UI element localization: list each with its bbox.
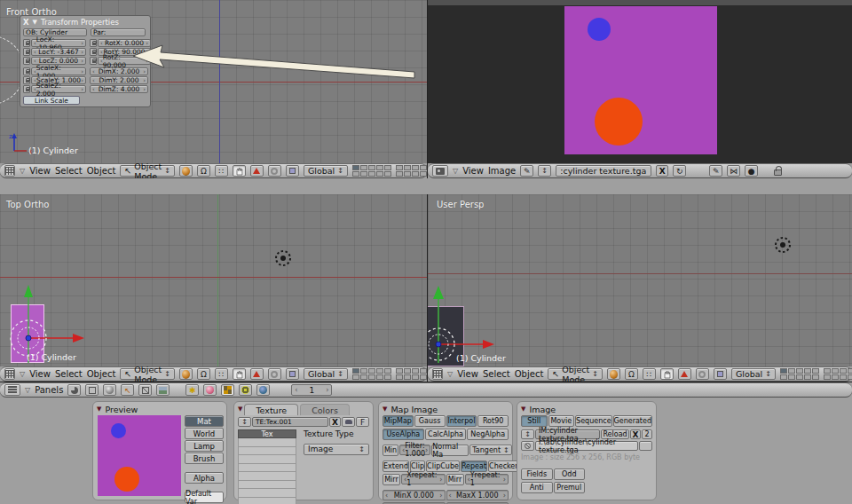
paint-mode-button[interactable]: ✎ [520,165,533,177]
chevron-down-icon[interactable]: ▽ [453,167,458,175]
mode-dropdown[interactable]: ↖Object Mode↕ [120,165,175,177]
xrepeat-field[interactable]: Xrepeat: 1 [401,474,446,484]
lock-scaley-icon[interactable] [23,76,30,84]
draw-type-dropdown[interactable] [607,368,620,380]
uv-pencil-button[interactable]: ✎ [709,165,722,177]
locy-field[interactable]: LocY: -3.467 [31,48,86,56]
draw-type-dropdown[interactable] [179,368,193,380]
pivot-dropdown[interactable]: Ω [197,165,210,177]
menu-object[interactable]: Object [515,369,544,379]
image-name-field[interactable]: :cylinder texture.tga [556,165,651,177]
texture-channel-active[interactable]: Tex [238,429,296,438]
link-scale-button[interactable]: Link Scale [23,96,80,105]
translate-manipulator-button[interactable] [678,368,691,380]
normal-map-toggle[interactable]: Normal Ma [431,445,469,456]
uv-twist-button[interactable]: ⋈ [727,165,740,177]
lamp-object[interactable] [272,248,294,269]
layer-buttons[interactable] [352,165,391,177]
auto-name-button[interactable] [342,417,355,427]
lock-locy-icon[interactable] [23,48,30,56]
map-image-panel-header[interactable]: ▼Map Image [383,404,509,414]
gauss-toggle[interactable]: Gauss [414,415,446,427]
lock-locz-icon[interactable] [23,57,30,65]
preview-mat-button[interactable]: Mat [185,415,224,427]
layer-buttons[interactable] [352,368,391,380]
editing-context-button[interactable] [138,384,152,396]
chevron-down-icon[interactable]: ▽ [20,167,25,175]
menu-view[interactable]: View [29,369,51,379]
menu-select[interactable]: Select [55,369,83,379]
fields-toggle[interactable]: Fields [521,469,553,480]
usealpha-toggle[interactable]: UseAlpha [383,429,424,440]
translate-manipulator-button[interactable] [250,368,264,380]
pivot-dropdown[interactable]: Ω [625,368,638,380]
lock-scalez-icon[interactable] [23,85,30,93]
manipulator-hand-button[interactable] [660,368,674,380]
menu-select[interactable]: Select [483,369,510,379]
menu-object[interactable]: Object [87,166,116,176]
viewport-top-canvas[interactable]: Top Ortho (1) Cylinder [0,194,427,366]
close-icon[interactable]: X [23,18,29,27]
manipulator-hand-button[interactable] [233,368,246,380]
menu-view[interactable]: View [462,166,484,176]
texture-browse-dropdown[interactable]: ↕ [238,417,251,427]
negalpha-toggle[interactable]: NegAlpha [467,429,509,440]
pivot-dropdown[interactable]: Ω [197,368,210,380]
lock-roty-icon[interactable] [90,48,97,56]
layer-buttons-2[interactable] [396,368,427,380]
lock-locx-icon[interactable] [23,39,30,47]
tangent-dropdown[interactable]: Tangent↕ [469,445,511,455]
viewport-persp-canvas[interactable]: User Persp (1) Cylinder [428,194,852,366]
lock-rotz-icon[interactable] [90,57,97,65]
texture-name-field[interactable]: TE:Tex.001 [252,417,328,427]
parent-field[interactable]: Par: [91,28,146,36]
source-generated-toggle[interactable]: Generated [613,415,652,427]
editor-type-button[interactable] [4,384,20,396]
collapse-triangle-icon[interactable]: ▼ [33,19,37,26]
menu-object[interactable]: Object [87,369,116,379]
source-sequence-toggle[interactable]: Sequence [575,415,611,427]
scene-context-button[interactable] [156,384,170,396]
transform-panel-header[interactable]: X ▼ Transform Properties [23,18,147,27]
chevron-down-icon[interactable]: ▽ [20,370,25,378]
texture-unlink-button[interactable]: X [329,417,341,427]
image-browse-dropdown[interactable]: ↕ [521,429,534,439]
fake-user-button[interactable]: F [356,417,369,427]
layer-buttons-2[interactable] [396,165,427,177]
scale-manipulator-button[interactable] [286,368,299,380]
filter-number-field[interactable]: Filter: 1.000 [399,445,430,455]
snap-dots-button[interactable]: ∷ [643,368,656,380]
scalez-field[interactable]: ScaleZ: 2.000 [31,85,86,93]
texture-subcontext-button[interactable] [221,384,234,396]
orientation-dropdown[interactable]: Global↕ [304,165,348,177]
preview-alpha-button[interactable]: Alpha [185,472,224,484]
yrepeat-field[interactable]: Yrepeat: 1 [465,474,509,484]
calcalpha-toggle[interactable]: CalcAlpha [425,429,467,440]
material-subcontext-button[interactable] [203,384,217,396]
pack-file-button[interactable] [521,441,534,451]
uv-dot-button[interactable]: ● [745,165,758,177]
translate-manipulator-button[interactable] [250,165,264,177]
refresh-button[interactable]: ↻ [673,165,686,177]
menu-select[interactable]: Select [55,166,83,176]
premul-toggle[interactable]: Premul [554,482,586,493]
minx-field[interactable]: MinX 0.000 [383,490,446,500]
menu-panels[interactable]: Panels [35,385,63,395]
source-movie-toggle[interactable]: Movie [548,415,575,427]
interpol-toggle[interactable]: Interpol [446,415,477,427]
mode-dropdown[interactable]: ↖Object Mode↕ [548,368,603,380]
editor-type-button[interactable] [4,368,15,380]
manipulator-hand-button[interactable] [233,165,246,177]
uv-canvas[interactable] [428,0,852,163]
lamp-subcontext-button[interactable]: ✱ [185,384,199,396]
editor-type-button[interactable] [432,368,443,380]
source-still-toggle[interactable]: Still [521,415,548,427]
tab-colors[interactable]: Colors [300,404,350,415]
mipmap-toggle[interactable]: MipMap [383,415,414,427]
image-path-field[interactable]: I:\ab\cylinder\cylinder texture.tga [535,441,638,451]
rotate-manipulator-button[interactable] [696,368,709,380]
draw-type-dropdown[interactable] [179,165,193,177]
frame-number-field[interactable]: ‹1› [291,384,332,396]
collapse-triangle-icon[interactable]: ▼ [238,406,242,413]
logic-context-button[interactable] [67,384,81,396]
